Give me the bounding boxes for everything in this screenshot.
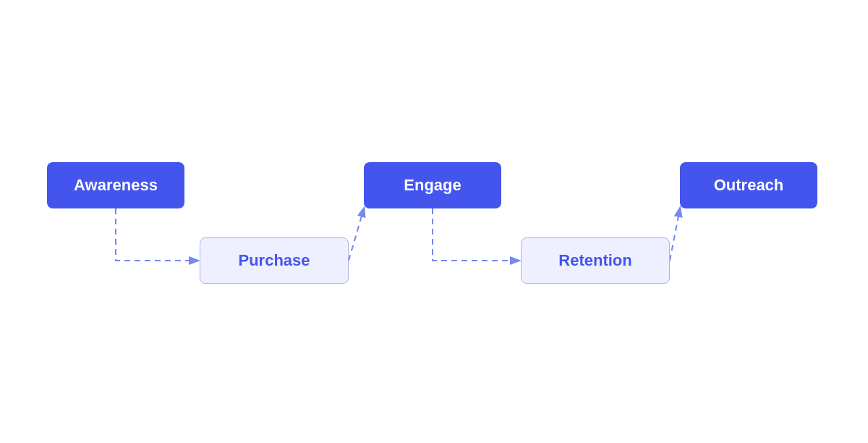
- diagram-container: Awareness Engage Outreach Purchase Reten…: [0, 0, 868, 443]
- engage-label: Engage: [404, 176, 461, 195]
- retention-node[interactable]: Retention: [521, 237, 670, 284]
- purchase-node[interactable]: Purchase: [200, 237, 349, 284]
- awareness-label: Awareness: [74, 176, 158, 195]
- awareness-node[interactable]: Awareness: [47, 162, 184, 208]
- arrows-svg: [0, 0, 868, 443]
- retention-label: Retention: [558, 251, 631, 270]
- engage-node[interactable]: Engage: [364, 162, 501, 208]
- purchase-label: Purchase: [238, 251, 310, 270]
- outreach-node[interactable]: Outreach: [680, 162, 817, 208]
- outreach-label: Outreach: [714, 176, 784, 195]
